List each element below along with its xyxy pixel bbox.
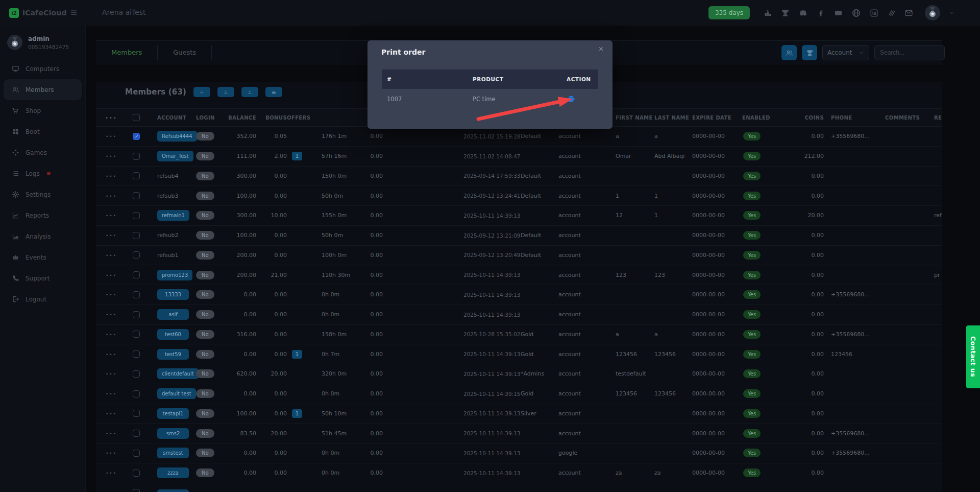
account-name[interactable]: refsub2: [157, 232, 179, 239]
row-menu-icon[interactable]: •••: [106, 134, 117, 139]
sidebar-item-logout[interactable]: Logout: [4, 289, 82, 310]
search-input[interactable]: [874, 45, 945, 60]
row-checkbox[interactable]: [133, 251, 140, 259]
add-member-button[interactable]: [193, 87, 210, 97]
tab-guests[interactable]: Guests: [158, 45, 212, 60]
trophy-icon[interactable]: [781, 9, 790, 17]
account-name[interactable]: zzza: [157, 467, 189, 478]
row-checkbox[interactable]: [133, 153, 140, 160]
sidebar-item-logs[interactable]: Logs: [4, 163, 82, 184]
row-checkbox[interactable]: [133, 291, 140, 298]
account-name[interactable]: default test: [157, 388, 196, 399]
column-header-last-name[interactable]: LAST NAME: [654, 115, 692, 121]
account-name[interactable]: [157, 489, 189, 492]
row-menu-icon[interactable]: •••: [106, 411, 117, 416]
printer-icon[interactable]: [567, 95, 576, 103]
tab-members[interactable]: Members: [96, 45, 158, 60]
cloud-sync-button[interactable]: [265, 87, 282, 97]
search-type-select[interactable]: Account: [822, 45, 869, 60]
account-name[interactable]: clientdefault: [157, 368, 199, 379]
column-header-expire-date[interactable]: EXPIRE DATE: [692, 115, 742, 121]
sidebar-item-shop[interactable]: Shop: [4, 100, 82, 121]
youtube-icon[interactable]: [834, 9, 843, 17]
row-checkbox[interactable]: [133, 350, 140, 358]
podium-icon[interactable]: [764, 9, 772, 17]
sidebar-item-settings[interactable]: Settings: [4, 184, 82, 205]
close-icon[interactable]: [598, 45, 604, 52]
member-groups-button[interactable]: [781, 45, 797, 60]
i2-icon[interactable]: [870, 9, 878, 17]
account-name[interactable]: refsub4: [157, 173, 179, 179]
account-name[interactable]: Refsub4444: [157, 131, 197, 142]
row-checkbox[interactable]: [133, 271, 140, 278]
row-menu-icon[interactable]: •••: [106, 273, 117, 278]
column-header-coins[interactable]: COINS: [775, 115, 824, 121]
column-header-comments[interactable]: COMMENTS: [885, 115, 934, 121]
account-name[interactable]: promo123: [157, 270, 192, 280]
sidebar-item-members[interactable]: Members: [4, 79, 82, 100]
account-name[interactable]: test60: [157, 329, 189, 340]
row-checkbox[interactable]: [133, 212, 140, 219]
column-header-account[interactable]: ACCOUNT: [146, 115, 195, 121]
row-checkbox[interactable]: [133, 331, 140, 338]
row-menu-icon[interactable]: •••: [106, 233, 117, 238]
column-header-enabled[interactable]: ENABLED: [742, 115, 775, 121]
sidebar-item-computers[interactable]: Computers: [4, 58, 82, 79]
sidebar-user[interactable]: admin 005193482475: [7, 35, 69, 50]
row-checkbox[interactable]: [133, 133, 140, 140]
discord-icon[interactable]: [798, 8, 808, 18]
sidebar-item-boot[interactable]: Boot: [4, 121, 82, 142]
row-menu-icon[interactable]: •••: [106, 312, 117, 317]
row-checkbox[interactable]: [133, 430, 140, 437]
account-name[interactable]: 13333: [157, 289, 189, 300]
account-name[interactable]: refsub1: [157, 252, 179, 259]
row-checkbox[interactable]: [133, 172, 140, 179]
ranking-button[interactable]: [802, 45, 817, 60]
account-name[interactable]: sms2: [157, 428, 189, 439]
row-menu-icon[interactable]: •••: [106, 332, 117, 337]
layers-icon[interactable]: [887, 9, 896, 17]
row-checkbox[interactable]: [133, 470, 140, 477]
row-menu-icon[interactable]: •••: [106, 352, 117, 357]
row-menu-icon[interactable]: •••: [106, 194, 117, 199]
row-menu-icon[interactable]: •••: [106, 154, 117, 159]
column-header-phone[interactable]: PHONE: [824, 115, 885, 121]
select-all-checkbox[interactable]: [133, 114, 140, 121]
account-name[interactable]: refsub3: [157, 193, 179, 199]
row-menu-icon[interactable]: •••: [106, 292, 117, 297]
facebook-icon[interactable]: [817, 9, 825, 17]
license-days-badge[interactable]: 335 days: [708, 6, 750, 19]
account-name[interactable]: test59: [157, 349, 189, 360]
row-menu-icon[interactable]: •••: [106, 213, 117, 218]
account-name[interactable]: asif: [157, 309, 189, 320]
row-checkbox[interactable]: [133, 192, 140, 199]
hamburger-menu-icon[interactable]: [69, 9, 78, 16]
sidebar-item-reports[interactable]: Reports: [4, 205, 82, 226]
row-checkbox[interactable]: [133, 370, 140, 378]
row-checkbox[interactable]: [133, 390, 140, 397]
row-checkbox[interactable]: [133, 232, 140, 239]
row-menu-icon[interactable]: •••: [106, 371, 117, 377]
row-checkbox[interactable]: [133, 311, 140, 318]
column-header-offers[interactable]: OFFERS: [287, 115, 307, 121]
column-header-remark[interactable]: REMARK: [934, 115, 942, 121]
contact-us-button[interactable]: Contact us: [966, 325, 980, 388]
row-checkbox[interactable]: [133, 489, 140, 492]
row-checkbox[interactable]: [133, 450, 140, 457]
mail-icon[interactable]: [904, 9, 913, 17]
row-menu-icon[interactable]: •••: [106, 451, 117, 456]
sidebar-item-events[interactable]: Events: [4, 247, 82, 268]
account-menu-chevron-icon[interactable]: [949, 10, 954, 16]
row-checkbox[interactable]: [133, 410, 140, 417]
row-menu-icon[interactable]: •••: [106, 471, 117, 476]
column-header-bonus[interactable]: BONUS: [256, 115, 287, 121]
account-name[interactable]: Omar_Test: [157, 151, 193, 161]
sidebar-item-support[interactable]: Support: [4, 268, 82, 289]
account-name[interactable]: smstest: [157, 448, 189, 458]
row-menu-icon[interactable]: •••: [106, 391, 117, 396]
export-members-button[interactable]: [241, 87, 258, 97]
user-avatar[interactable]: [925, 5, 940, 20]
column-header-first-name[interactable]: FIRST NAME: [616, 115, 654, 121]
row-menu-icon[interactable]: •••: [106, 174, 117, 179]
row-menu-icon[interactable]: •••: [106, 253, 117, 258]
